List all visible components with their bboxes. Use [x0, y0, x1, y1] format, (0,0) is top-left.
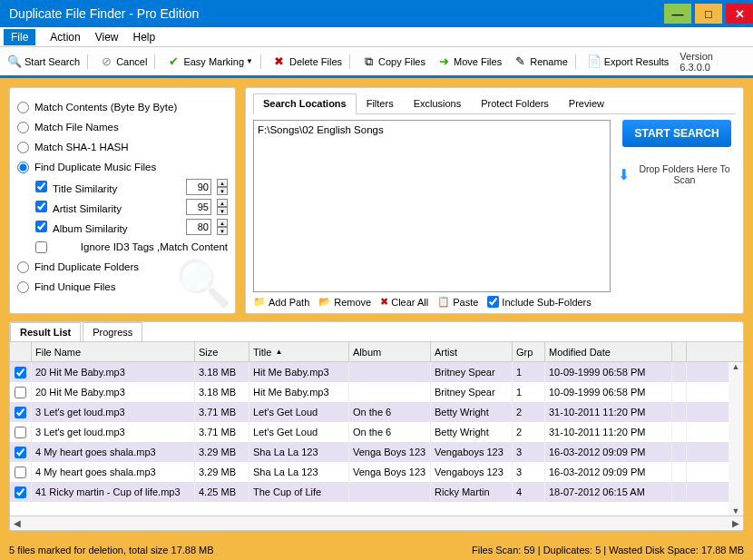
export-results-button[interactable]: 📄Export Results [587, 54, 670, 69]
col-size[interactable]: Size [195, 342, 249, 361]
match-filenames-radio[interactable]: Match File Names [17, 117, 228, 137]
tab-preview[interactable]: Preview [559, 93, 614, 113]
cell-grp: 3 [513, 462, 545, 482]
cell-size: 3.71 MB [195, 402, 249, 422]
maximize-button[interactable]: □ [695, 4, 722, 24]
artist-similarity-check[interactable]: Artist Similarity [35, 201, 122, 214]
spin-down-icon[interactable]: ▼ [217, 187, 228, 195]
match-contents-radio[interactable]: Match Contents (Byte By Byte) [17, 97, 228, 117]
find-duplicate-folders-radio[interactable]: Find Duplicate Folders [17, 257, 228, 277]
copy-files-button[interactable]: ⧉Copy Files [361, 54, 425, 69]
cell-size: 3.71 MB [195, 422, 249, 442]
cell-grp: 2 [513, 422, 545, 442]
cell-artist: Britney Spear [431, 382, 513, 402]
menu-file[interactable]: File [4, 29, 35, 45]
row-check[interactable] [15, 407, 26, 418]
tab-progress[interactable]: Progress [83, 322, 142, 341]
cell-grp: 2 [513, 402, 545, 422]
cell-filename: 4 My heart goes shala.mp3 [32, 442, 195, 462]
cell-modified: 10-09-1999 06:58 PM [545, 362, 672, 382]
download-arrow-icon: ⬇ [618, 166, 630, 183]
table-row[interactable]: 41 Ricky martin - Cup of life.mp34.25 MB… [10, 482, 743, 502]
title-similarity-check[interactable]: Title Similarity [35, 181, 117, 194]
find-duplicate-music-radio[interactable]: Find Duplicate Music Files [17, 157, 228, 177]
table-row[interactable]: 20 Hit Me Baby.mp33.18 MBHit Me Baby.mp3… [10, 362, 743, 382]
row-check[interactable] [15, 367, 26, 378]
col-filename[interactable]: File Name [32, 342, 195, 361]
tab-result-list[interactable]: Result List [10, 322, 81, 341]
cell-grp: 1 [513, 362, 545, 382]
delete-files-button[interactable]: ✖Delete Files [272, 54, 350, 69]
album-similarity-check[interactable]: Album Similarity [35, 221, 127, 234]
remove-path-button[interactable]: 📂Remove [318, 296, 371, 308]
ignore-id3-check[interactable]: Ignore ID3 Tags ,Match Content [35, 237, 228, 257]
menu-view[interactable]: View [95, 31, 119, 44]
export-icon: 📄 [587, 54, 601, 69]
find-unique-files-radio[interactable]: Find Unique Files [17, 277, 228, 297]
row-check[interactable] [15, 486, 26, 498]
row-check[interactable] [15, 387, 26, 398]
move-files-button[interactable]: ➜Move Files [436, 54, 502, 69]
row-check[interactable] [15, 427, 26, 438]
titlebar: Duplicate File Finder - Pro Edition — □ … [0, 0, 753, 27]
table-row[interactable]: 20 Hit Me Baby.mp33.18 MBHit Me Baby.mp3… [10, 382, 743, 402]
minimize-button[interactable]: — [664, 4, 691, 24]
horizontal-scrollbar[interactable]: ◀▶ [10, 516, 743, 530]
table-row[interactable]: 3 Let's get loud.mp33.71 MBLet's Get Lou… [10, 422, 743, 442]
tab-search-locations[interactable]: Search Locations [253, 93, 357, 114]
add-path-button[interactable]: 📁Add Path [253, 296, 309, 308]
cell-filename: 3 Let's get loud.mp3 [32, 402, 195, 422]
table-row[interactable]: 4 My heart goes shala.mp33.29 MBSha La L… [10, 442, 743, 462]
status-left: 5 files marked for deletion, total size … [9, 545, 214, 555]
cell-filename: 3 Let's get loud.mp3 [32, 422, 195, 442]
location-path[interactable]: F:\Songs\02 English Songs [258, 124, 606, 135]
easy-marking-button[interactable]: ✔Easy Marking▼ [166, 54, 261, 69]
cell-size: 3.29 MB [195, 462, 249, 482]
tab-protect-folders[interactable]: Protect Folders [471, 93, 559, 113]
include-subfolders-check[interactable]: Include Sub-Folders [487, 296, 591, 308]
table-row[interactable]: 3 Let's get loud.mp33.71 MBLet's Get Lou… [10, 402, 743, 422]
col-check[interactable] [10, 342, 32, 361]
match-sha1-radio[interactable]: Match SHA-1 HASH [17, 137, 228, 157]
delete-icon: ✖ [272, 54, 287, 69]
spin-up-icon[interactable]: ▲ [217, 179, 228, 187]
close-button[interactable]: ✕ [726, 4, 753, 24]
menu-action[interactable]: Action [50, 31, 80, 44]
artist-similarity-value[interactable] [186, 199, 211, 215]
rename-button[interactable]: ✎Rename [513, 54, 576, 69]
row-check[interactable] [15, 467, 26, 478]
cell-album [349, 382, 431, 402]
title-similarity-value[interactable] [186, 179, 211, 195]
locations-panel: Search Locations Filters Exclusions Prot… [245, 87, 744, 314]
cell-size: 3.29 MB [195, 442, 249, 462]
cell-modified: 31-10-2011 11:20 PM [545, 402, 672, 422]
cell-artist: Vengaboys 123 [431, 442, 513, 462]
vertical-scrollbar[interactable]: ▲▼ [729, 362, 743, 516]
col-album[interactable]: Album [349, 342, 431, 361]
table-row[interactable]: 4 My heart goes shala.mp33.29 MBSha La L… [10, 462, 743, 482]
search-icon: 🔍 [7, 54, 22, 69]
menu-help[interactable]: Help [133, 31, 156, 44]
cell-album: On the 6 [349, 402, 431, 422]
col-modified[interactable]: Modified Date [545, 342, 672, 361]
cell-filename: 41 Ricky martin - Cup of life.mp3 [32, 482, 195, 502]
cancel-button[interactable]: ⊘Cancel [99, 54, 155, 69]
locations-list[interactable]: F:\Songs\02 English Songs [253, 120, 611, 292]
album-similarity-value[interactable] [186, 219, 211, 235]
copy-icon: ⧉ [361, 54, 376, 69]
tab-filters[interactable]: Filters [357, 93, 404, 113]
clear-all-button[interactable]: ✖Clear All [380, 296, 428, 308]
start-search-big-button[interactable]: START SEARCH [622, 120, 731, 147]
col-grp[interactable]: Grp [513, 342, 545, 361]
start-search-button[interactable]: 🔍Start Search [7, 54, 88, 69]
row-check[interactable] [15, 447, 26, 458]
check-icon: ✔ [166, 54, 181, 69]
col-artist[interactable]: Artist [431, 342, 513, 361]
cell-size: 4.25 MB [195, 482, 249, 502]
col-title[interactable]: Title [249, 342, 349, 361]
tab-exclusions[interactable]: Exclusions [404, 93, 472, 113]
cell-modified: 16-03-2012 09:09 PM [545, 442, 672, 462]
cell-title: Sha La La 123 [249, 442, 349, 462]
status-right: Files Scan: 59 | Duplicates: 5 | Wasted … [472, 545, 744, 555]
paste-button[interactable]: 📋Paste [437, 296, 478, 308]
